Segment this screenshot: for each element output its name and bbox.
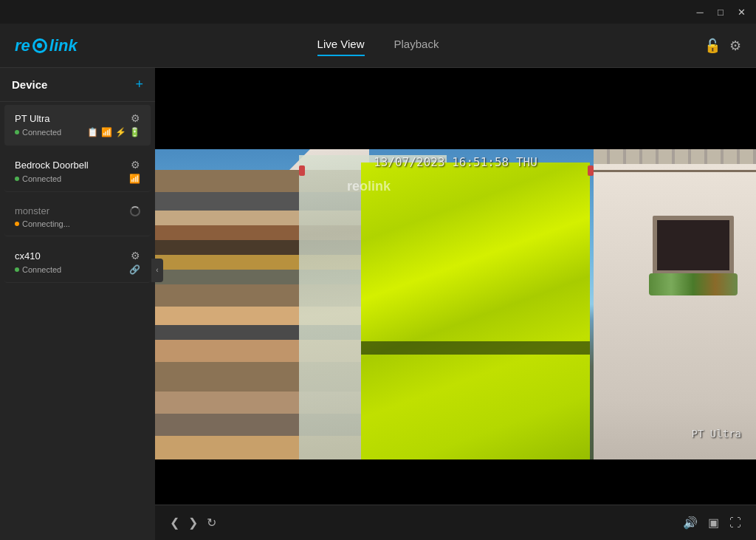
lock-icon[interactable]: 🔓 [704, 38, 721, 54]
layout-button[interactable]: ▣ [708, 516, 719, 530]
camera-building-right [594, 149, 756, 459]
device-item-bedrock-doorbell[interactable]: Bedrock Doorbell ⚙ Connected 📶 [4, 151, 151, 192]
device-name-cx410: cx410 [15, 250, 41, 262]
camera-green-towel [361, 163, 590, 459]
refresh-button[interactable]: ↻ [207, 516, 216, 530]
device-gear-icon-bedrock[interactable]: ⚙ [131, 159, 140, 171]
nav-tabs: Live View Playback [317, 38, 439, 53]
logo-re: re [15, 36, 30, 55]
device-item-monster[interactable]: monster Connecting... [4, 198, 151, 236]
device-status-pt-ultra: Connected [15, 128, 61, 137]
battery-icon: 🔋 [129, 127, 140, 137]
sidebar: Device + PT Ultra ⚙ Connected 📋 📶 [0, 68, 155, 540]
logo-link: link [49, 36, 78, 55]
device-icons-bedrock: 📶 [129, 174, 140, 184]
device-gear-icon-pt-ultra[interactable]: ⚙ [131, 112, 140, 124]
add-device-button[interactable]: + [135, 77, 143, 92]
camera-black-bar-bottom [155, 459, 756, 505]
device-status-cx410: Connected [15, 265, 61, 274]
sidebar-header: Device + [0, 68, 155, 102]
device-status-monster: Connecting... [15, 219, 70, 228]
record-icon: 📋 [87, 127, 98, 137]
tab-playback[interactable]: Playback [394, 38, 439, 53]
camera-flower-pots [649, 273, 738, 295]
camera-black-bar-top [155, 68, 756, 149]
logo: re link [15, 36, 78, 55]
link-icon-cx410: 🔗 [129, 264, 140, 275]
camera-window [653, 216, 734, 275]
prev-button[interactable]: ❮ [170, 516, 179, 530]
fullscreen-button[interactable]: ⛶ [729, 516, 741, 530]
clothespin-2 [588, 165, 594, 176]
device-name-bedrock-doorbell: Bedrock Doorbell [15, 160, 89, 171]
bottom-controls-right: 🔊 ▣ ⛶ [683, 516, 741, 530]
status-text-cx410: Connected [22, 265, 61, 274]
settings-icon[interactable]: ⚙ [729, 38, 741, 54]
camera-view: 13/07/2023 16:51:58 THU reolink PT Ultra [155, 68, 756, 505]
device-status-bedrock: Connected [15, 174, 61, 183]
app-container: re link Live View Playback 🔓 ⚙ Device + [0, 24, 756, 540]
status-dot-pt-ultra [15, 130, 19, 134]
maximize-button[interactable]: □ [712, 3, 729, 21]
device-name-monster: monster [15, 205, 49, 216]
camera-green-towel-stripe [361, 341, 590, 355]
device-item-header: PT Ultra ⚙ [15, 112, 140, 124]
device-item-header-bedrock: Bedrock Doorbell ⚙ [15, 159, 140, 171]
content-area: Device + PT Ultra ⚙ Connected 📋 📶 [0, 68, 756, 540]
device-status-row-pt-ultra: Connected 📋 📶 ⚡ 🔋 [15, 127, 140, 137]
logo-eye-inner [37, 43, 42, 48]
device-item-header-monster: monster [15, 205, 140, 216]
sidebar-collapse-button[interactable]: ‹ [151, 259, 163, 282]
device-icons-pt-ultra: 📋 📶 ⚡ 🔋 [87, 127, 140, 137]
header-actions: 🔓 ⚙ [704, 38, 741, 54]
camera-roof-tiles [594, 149, 756, 164]
status-text-pt-ultra: Connected [22, 128, 61, 137]
minimize-button[interactable]: ─ [691, 3, 709, 21]
tab-live-view[interactable]: Live View [317, 38, 365, 53]
main-view: 13/07/2023 16:51:58 THU reolink PT Ultra… [155, 68, 756, 540]
device-status-row-monster: Connecting... [15, 219, 140, 228]
sidebar-title: Device [12, 78, 47, 91]
bottom-controls-left: ❮ ❯ ↻ [170, 516, 216, 530]
status-dot-bedrock [15, 177, 19, 181]
device-item-cx410[interactable]: cx410 ⚙ Connected 🔗 [4, 242, 151, 283]
camera-feed [155, 149, 756, 459]
device-status-row-cx410: Connected 🔗 [15, 264, 140, 275]
status-text-monster: Connecting... [22, 219, 70, 228]
wifi-icon: 📶 [101, 127, 112, 137]
status-text-bedrock: Connected [22, 174, 61, 183]
wifi-icon-bedrock: 📶 [129, 174, 140, 184]
status-dot-monster [15, 222, 19, 226]
next-button[interactable]: ❯ [188, 516, 198, 530]
device-gear-icon-cx410[interactable]: ⚙ [131, 250, 140, 262]
bottom-bar: ❮ ❯ ↻ 🔊 ▣ ⛶ [155, 505, 756, 540]
clothespin-1 [299, 165, 305, 176]
volume-button[interactable]: 🔊 [683, 516, 698, 530]
power-icon: ⚡ [115, 127, 126, 137]
connecting-spinner-icon [130, 206, 140, 216]
close-button[interactable]: ✕ [732, 3, 750, 21]
logo-eye-icon [32, 38, 47, 53]
header: re link Live View Playback 🔓 ⚙ [0, 24, 756, 68]
device-icons-cx410: 🔗 [129, 264, 140, 275]
device-name-pt-ultra: PT Ultra [15, 113, 49, 124]
device-status-row-bedrock: Connected 📶 [15, 174, 140, 184]
device-item-header-cx410: cx410 ⚙ [15, 250, 140, 262]
status-dot-cx410 [15, 267, 19, 272]
device-item-pt-ultra[interactable]: PT Ultra ⚙ Connected 📋 📶 ⚡ 🔋 [4, 105, 151, 146]
titlebar: ─ □ ✕ [0, 0, 756, 24]
